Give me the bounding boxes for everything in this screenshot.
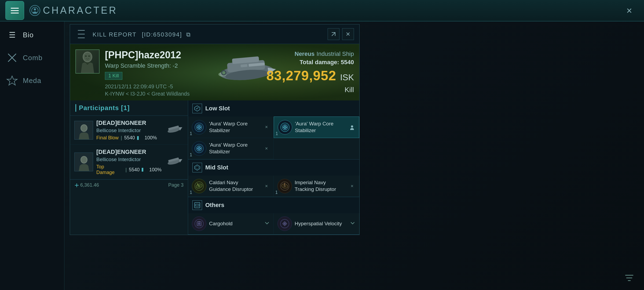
chevron-down-icon-2[interactable]	[350, 220, 355, 227]
others-name-1: Cargohold	[209, 220, 262, 227]
item-qty-2: 1	[276, 131, 278, 136]
mid-slot-header: Mid Slot	[188, 160, 359, 176]
others-icon-1	[192, 216, 206, 231]
chevron-down-icon-1[interactable]	[264, 220, 270, 227]
app-title: CHARACTER	[43, 5, 118, 16]
mid-slot-item-2[interactable]: 1 Imperial Navy Tracking Disr	[274, 176, 359, 197]
mid-item-icon-2	[277, 179, 292, 193]
svg-point-33	[199, 128, 200, 129]
participant-ship-1: Bellicose Interdictor	[96, 128, 162, 133]
modal-close-button[interactable]: ×	[342, 28, 354, 40]
mid-slot-items: 1 Caldari Navy Guidance Disru	[188, 176, 359, 197]
sidebar-item-bio-label: Bio	[23, 31, 34, 39]
stat-bar-2	[142, 168, 147, 172]
participants-title: Participants [1]	[75, 104, 130, 112]
combat-icon	[5, 51, 19, 64]
item-name-3: 'Aura' Warp Core Stabilizer	[209, 142, 261, 155]
others-item-1[interactable]: Cargohold	[188, 213, 274, 234]
low-slot-item-3[interactable]: 1	[188, 138, 274, 159]
stat-damage-2: 5540	[129, 167, 140, 173]
svg-point-66	[198, 223, 200, 225]
kill-stats: Nereus Industrial Ship Total damage: 554…	[266, 49, 354, 94]
medals-icon	[5, 74, 19, 87]
item-qty-1: 1	[190, 131, 192, 136]
sidebar-item-combat-label: Comb	[23, 54, 42, 62]
svg-point-40	[284, 128, 286, 129]
svg-point-41	[283, 127, 284, 128]
kill-report-modal: KILL REPORT [ID:6503094] ⧉ ×	[70, 24, 360, 235]
total-damage-value: 5540	[341, 59, 354, 66]
participant-stats-2: Top Damage | 5540 100%	[96, 164, 162, 175]
item-close-1[interactable]: ×	[263, 124, 270, 130]
stat-damage-1: 5540	[124, 135, 135, 141]
export-button[interactable]	[328, 28, 339, 40]
others-section: Others	[188, 197, 359, 235]
stat-pct-1: 100%	[145, 135, 157, 141]
svg-point-34	[197, 127, 198, 128]
stat-label-1: Final Blow	[96, 135, 119, 141]
svg-point-1	[34, 8, 36, 10]
page-info: Page 3	[168, 182, 184, 188]
bottom-amount: 6,361.46	[80, 182, 99, 188]
others-icon-2	[277, 216, 292, 231]
item-close-3[interactable]: ×	[263, 145, 270, 152]
svg-point-39	[284, 125, 286, 126]
sidebar-item-medals[interactable]: Meda	[0, 70, 64, 91]
others-info-1: Cargohold	[209, 220, 262, 227]
mid-slot-icon	[192, 163, 202, 172]
isk-value: 83,279,952	[266, 68, 336, 83]
filter-button[interactable]	[623, 271, 636, 285]
kill-badge: 1 Kill	[105, 72, 122, 80]
stat-bar-1	[137, 136, 142, 140]
app-title-area: CHARACTER	[30, 5, 118, 16]
modal-title-id: [ID:6503094]	[142, 31, 182, 38]
item-info-1: 'Aura' Warp Core Stabilizer	[209, 121, 261, 134]
participant-stats-1: Final Blow | 5540 100%	[96, 135, 162, 141]
mid-item-close-2[interactable]: ×	[349, 183, 355, 189]
low-slot-items: 1	[188, 117, 359, 159]
items-panel: Low Slot 1	[188, 100, 359, 235]
svg-point-6	[84, 53, 91, 61]
others-items: Cargohold	[188, 213, 359, 234]
svg-point-43	[351, 125, 353, 128]
svg-point-42	[286, 127, 287, 128]
kill-type: Kill	[266, 86, 354, 94]
bottom-bar: 6,361.46 Page 3	[70, 179, 188, 191]
others-title: Others	[205, 202, 224, 209]
participant-avatar-2	[74, 153, 93, 171]
total-damage: Total damage: 5540	[266, 59, 354, 66]
modal-menu-button[interactable]	[75, 28, 87, 40]
participants-panel: Participants [1] [DEAD]ENGNEER	[70, 100, 188, 235]
close-app-button[interactable]: ×	[623, 4, 636, 17]
low-slot-section: Low Slot 1	[188, 100, 359, 160]
person-icon	[349, 124, 355, 130]
low-slot-icon	[192, 104, 202, 113]
copy-icon[interactable]: ⧉	[186, 31, 191, 38]
participants-header: Participants [1]	[70, 100, 188, 116]
participant-item-2[interactable]: [DEAD]ENGNEER Bellicose Interdictor Top …	[70, 145, 188, 179]
avatar-placeholder	[76, 50, 99, 73]
participant-item-1[interactable]: [DEAD]ENGNEER Bellicose Interdictor Fina…	[70, 116, 188, 145]
low-slot-header: Low Slot	[188, 100, 359, 117]
others-item-2[interactable]: Hyperspatial Velocity	[274, 213, 359, 234]
victim-avatar	[75, 49, 100, 74]
sidebar-item-combat[interactable]: Comb	[0, 47, 64, 68]
total-damage-label: Total damage:	[299, 59, 339, 66]
mid-item-close-1[interactable]: ×	[263, 183, 270, 189]
sidebar-item-bio[interactable]: ☰ Bio	[0, 24, 64, 46]
low-slot-item-1[interactable]: 1	[188, 117, 274, 138]
low-slot-item-2[interactable]: 1	[274, 117, 359, 138]
left-sidebar: ☰ Bio Comb Meda	[0, 21, 64, 290]
item-info-2: 'Aura' Warp Core Stabilizer	[295, 121, 346, 134]
mid-slot-item-1[interactable]: 1 Caldari Navy Guidance Disru	[188, 176, 274, 197]
modal-actions: ×	[328, 28, 354, 40]
item-name-2: 'Aura' Warp Core Stabilizer	[295, 121, 346, 134]
mid-item-name-2: Imperial Navy Tracking Disruptor	[295, 179, 346, 193]
svg-marker-52	[196, 166, 199, 169]
mid-item-info-1: Caldari Navy Guidance Disruptor	[209, 179, 261, 193]
low-slot-title: Low Slot	[205, 105, 230, 112]
svg-point-32	[199, 125, 200, 126]
svg-point-50	[200, 148, 201, 149]
hamburger-button[interactable]	[5, 1, 24, 20]
modal-title: KILL REPORT [ID:6503094] ⧉	[93, 30, 191, 38]
